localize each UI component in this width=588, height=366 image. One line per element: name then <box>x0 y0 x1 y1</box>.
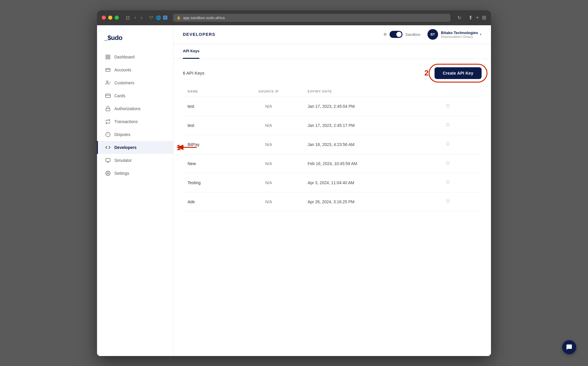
sandbox-label: Sandbox <box>405 32 420 37</box>
sidebar-item-accounts[interactable]: Accounts <box>97 63 173 76</box>
back-button[interactable]: ‹ <box>133 14 137 21</box>
delete-key-button[interactable] <box>443 198 452 206</box>
page-title: DEVELOPERS <box>183 32 216 37</box>
toggle-switch[interactable] <box>390 31 402 38</box>
extension-icon-3: 🅱 <box>163 15 167 20</box>
sidebar: _$udo Dashboard Accounts Customers <box>97 25 173 356</box>
cell-source-ip: N/A <box>234 192 303 211</box>
delete-key-button[interactable] <box>443 140 452 149</box>
cell-source-ip: N/A <box>234 116 303 135</box>
sidebar-item-cards[interactable]: Cards <box>97 89 173 102</box>
sidebar-item-settings[interactable]: Settings <box>97 167 173 180</box>
settings-icon <box>105 170 111 176</box>
main-content: DEVELOPERS Sandbox BT Bitako Technologie… <box>173 25 491 356</box>
sandbox-toggle[interactable]: Sandbox <box>384 31 420 38</box>
tab-bar: API Keys <box>173 44 491 59</box>
delete-key-button[interactable] <box>443 121 452 130</box>
cell-expiry: Apr 26, 2024, 3:16:25 PM <box>303 192 438 211</box>
svg-rect-1 <box>108 55 110 56</box>
simulator-label: Simulator <box>114 158 132 163</box>
cell-name: New <box>183 154 234 173</box>
customers-label: Customers <box>114 80 134 85</box>
table-row: Testing N/A Apr 3, 2024, 11:04:40 AM <box>183 173 482 192</box>
cell-expiry: Feb 16, 2024, 10:45:59 AM <box>303 154 438 173</box>
col-actions <box>438 86 482 97</box>
transactions-label: Transactions <box>114 119 138 124</box>
cell-name: Ade <box>183 192 234 211</box>
page-content: API Keys 6 API Keys 2 Create API Key <box>173 44 491 356</box>
toggle-knob <box>396 32 402 37</box>
chat-icon <box>566 344 572 350</box>
delete-key-button[interactable] <box>443 160 452 168</box>
sidebar-item-dashboard[interactable]: Dashboard <box>97 51 173 63</box>
chat-bubble-button[interactable] <box>562 340 576 354</box>
maximize-button[interactable] <box>115 16 119 20</box>
app-logo: _$udo <box>97 31 173 51</box>
sidebar-item-customers[interactable]: Customers <box>97 76 173 89</box>
user-info: Bitako Technologies Shamsuddeen Omacy <box>441 31 478 38</box>
svg-rect-15 <box>106 158 110 162</box>
cell-delete <box>438 116 482 135</box>
cell-delete <box>438 97 482 116</box>
tab-api-keys[interactable]: API Keys <box>183 44 199 59</box>
table-row: Ade N/A Apr 26, 2024, 3:16:25 PM <box>183 192 482 211</box>
traffic-lights <box>102 16 119 20</box>
user-name: Bitako Technologies <box>441 31 478 35</box>
sidebar-item-developers[interactable]: Developers 1 <box>97 141 173 154</box>
browser-chrome: ⊡ ‹ › 🛡 🌐 🅱 🔒 app.sandbox.sudo.africa ↻ … <box>97 10 491 25</box>
dashboard-icon <box>105 54 111 60</box>
app-container: _$udo Dashboard Accounts Customers <box>97 25 491 356</box>
cell-name: Testing <box>183 173 234 192</box>
url-text: app.sandbox.sudo.africa <box>183 16 225 20</box>
svg-rect-9 <box>106 108 110 111</box>
annotation-1-number: 1 <box>177 143 181 152</box>
sidebar-toggle-button[interactable]: ⊡ <box>125 14 131 21</box>
browser-actions: ⬆ + ⊞ <box>468 14 486 21</box>
developers-label: Developers <box>114 145 136 150</box>
cell-delete <box>438 173 482 192</box>
cell-delete <box>438 192 482 211</box>
api-keys-table: NAME SOURCE IP EXPIRY DATE test N/A Jan … <box>183 86 482 211</box>
customers-icon <box>105 80 111 86</box>
svg-point-18 <box>107 172 109 174</box>
transactions-icon <box>105 119 111 125</box>
cell-expiry: Apr 3, 2024, 11:04:40 AM <box>303 173 438 192</box>
extension-icon-2: 🌐 <box>156 15 161 20</box>
authorizations-icon <box>105 106 111 112</box>
chevron-down-icon[interactable]: ▾ <box>480 32 482 36</box>
extension-icon-1: 🛡 <box>149 15 153 20</box>
accounts-label: Accounts <box>114 68 131 72</box>
cell-source-ip: N/A <box>234 173 303 192</box>
disputes-icon <box>105 132 111 137</box>
address-bar[interactable]: 🔒 app.sandbox.sudo.africa <box>173 14 451 22</box>
delete-key-button[interactable] <box>443 179 452 187</box>
create-api-key-button[interactable]: Create API Key <box>435 67 482 79</box>
cards-label: Cards <box>114 93 125 98</box>
delete-key-button[interactable] <box>443 102 452 110</box>
table-row: BitPay N/A Jan 18, 2023, 4:23:56 AM <box>183 135 482 154</box>
share-button[interactable]: ⬆ <box>468 14 473 21</box>
col-name: NAME <box>183 86 234 97</box>
table-row: New N/A Feb 16, 2024, 10:45:59 AM <box>183 154 482 173</box>
reload-button[interactable]: ↻ <box>456 14 462 21</box>
forward-button[interactable]: › <box>139 14 143 21</box>
cell-name: test <box>183 116 234 135</box>
cell-expiry: Jan 17, 2023, 2:45:04 PM <box>303 97 438 116</box>
minimize-button[interactable] <box>108 16 112 20</box>
authorizations-label: Authorizations <box>114 106 141 111</box>
sidebar-item-disputes[interactable]: Disputes <box>97 128 173 141</box>
sidebar-item-authorizations[interactable]: Authorizations <box>97 102 173 115</box>
cell-delete <box>438 154 482 173</box>
cell-source-ip: N/A <box>234 135 303 154</box>
new-tab-button[interactable]: + <box>476 15 479 21</box>
cell-expiry: Jan 17, 2023, 2:45:17 PM <box>303 116 438 135</box>
toggle-dot <box>384 33 387 36</box>
sidebar-item-simulator[interactable]: Simulator <box>97 154 173 167</box>
dashboard-label: Dashboard <box>114 55 135 59</box>
svg-rect-7 <box>106 94 111 98</box>
sidebar-item-transactions[interactable]: Transactions <box>97 115 173 128</box>
lock-icon: 🔒 <box>177 16 181 20</box>
grid-button[interactable]: ⊞ <box>482 14 486 21</box>
cards-icon <box>105 93 111 99</box>
close-button[interactable] <box>102 16 106 20</box>
